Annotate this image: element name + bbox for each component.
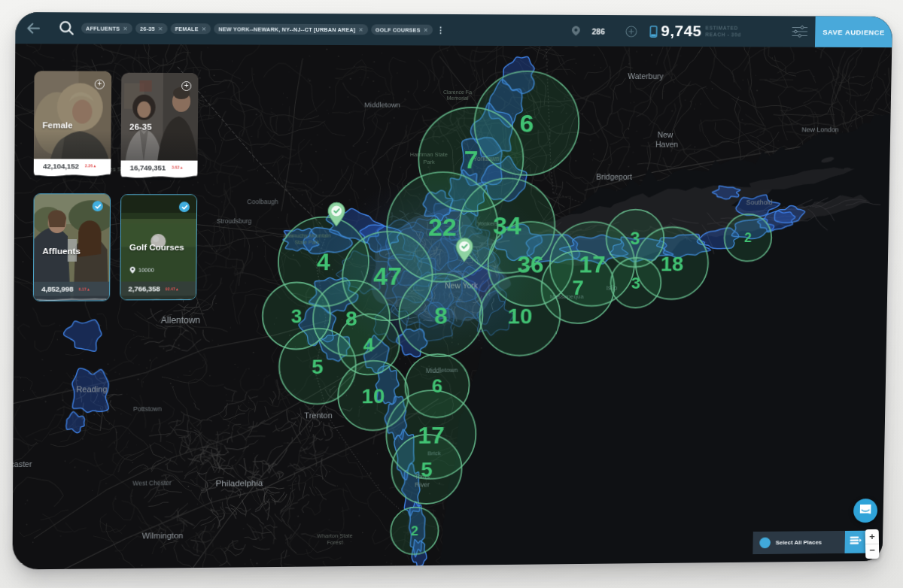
svg-text:10: 10 [361,384,385,408]
svg-text:5: 5 [421,458,433,481]
svg-text:36: 36 [517,251,544,277]
svg-text:5: 5 [312,355,324,378]
svg-text:2: 2 [411,524,418,538]
svg-text:6: 6 [519,110,534,138]
svg-text:Allentown: Allentown [161,315,200,326]
svg-text:Middletown: Middletown [364,101,400,109]
svg-text:Forest: Forest [327,539,343,546]
svg-text:New: New [658,130,673,139]
svg-text:Southold: Southold [746,199,773,206]
svg-text:17: 17 [418,422,445,448]
svg-text:2: 2 [744,231,752,245]
svg-text:Memorial: Memorial [447,95,469,102]
svg-text:Trenton: Trenton [304,411,332,420]
svg-text:Wilmington: Wilmington [142,531,184,540]
svg-text:7: 7 [572,276,584,299]
svg-text:8: 8 [434,302,448,329]
svg-text:Waterbury: Waterbury [628,71,664,80]
svg-text:Wharton State: Wharton State [317,532,353,539]
svg-text:4: 4 [363,334,375,356]
svg-text:6: 6 [432,375,443,397]
svg-text:West Chester: West Chester [132,479,172,486]
svg-text:3: 3 [631,274,640,292]
svg-text:3: 3 [291,305,303,327]
svg-text:Haven: Haven [655,140,678,149]
svg-text:New London: New London [801,126,838,133]
svg-text:Coolbaugh: Coolbaugh [247,198,278,205]
svg-text:7: 7 [464,146,478,174]
svg-text:3: 3 [630,229,640,248]
svg-text:Pottstown: Pottstown [133,405,162,413]
svg-text:4: 4 [317,249,330,275]
svg-text:Stroudsburg: Stroudsburg [217,217,252,225]
svg-text:Philadelphia: Philadelphia [216,478,263,488]
svg-text:Bridgeport: Bridgeport [596,172,632,181]
svg-text:caster: caster [13,459,32,468]
svg-text:47: 47 [373,262,402,290]
svg-text:34: 34 [493,212,521,240]
svg-text:18: 18 [661,252,684,275]
svg-text:10: 10 [507,304,532,328]
svg-text:17: 17 [579,251,606,277]
svg-text:22: 22 [428,214,457,241]
svg-text:8: 8 [345,307,357,330]
svg-text:Reading: Reading [76,384,107,393]
svg-text:Clarence Fa: Clarence Fa [443,89,472,95]
